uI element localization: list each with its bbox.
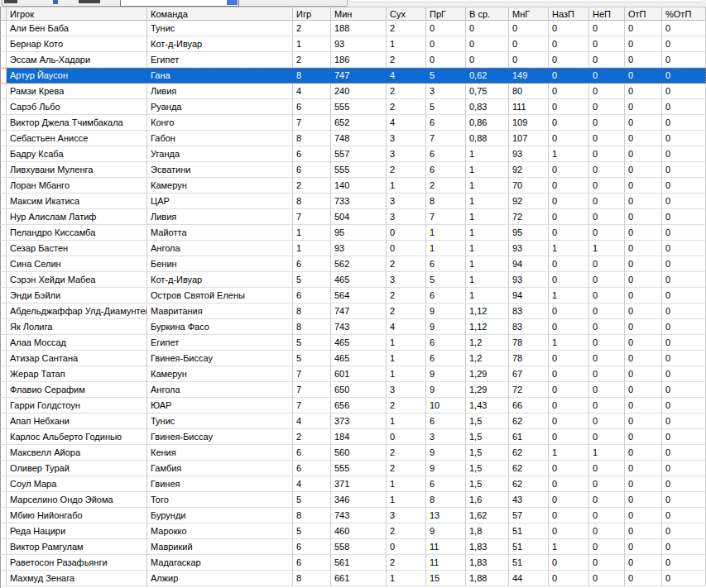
cell-team: Марокко [147,523,293,539]
row-selector-cell[interactable] [0,178,7,194]
table-row[interactable]: Атизар СантанаГвинея-Биссау5465161,27800… [0,351,706,366]
row-selector-cell[interactable] [0,272,7,288]
row-selector-cell[interactable] [0,84,7,99]
row-selector-cell[interactable] [0,461,7,476]
row-selector-cell[interactable] [0,36,7,52]
table-row[interactable]: Реда НацириМарокко5460291,8510000 [0,523,706,539]
table-row[interactable]: Марселино Ондо ЭйомаТого5346181,6430000 [0,492,706,508]
table-row[interactable]: Виктор РамгуламМаврикий65580111,83511000 [0,539,706,555]
row-selector-cell[interactable] [0,21,7,36]
row-selector-cell[interactable] [0,523,7,539]
table-row[interactable]: Апап НебханиТунис4373161,5620000 [0,414,706,429]
table-row[interactable]: Гарри ГолдстоунЮАР76562101,43660000 [0,398,706,414]
row-selector-cell[interactable] [0,351,7,366]
table-row[interactable]: Лоран МбангоКамерун2140121700000 [0,178,706,194]
table-row[interactable]: Бернар КотоКот-д-Ивуар19310000000 [0,36,706,52]
table-row[interactable]: Себастьен АниссеГабон8748370,881070000 [0,131,706,146]
combobox-dropdown-button[interactable] [227,0,238,5]
row-selector-cell[interactable] [0,319,7,335]
cell-games: 7 [293,382,331,398]
table-row[interactable]: Соул МараГвинея4371161,5620000 [0,476,706,492]
cell-penalties-awarded: 0 [549,36,589,52]
row-selector-cell[interactable] [0,146,7,162]
row-selector-cell[interactable] [0,209,7,225]
column-header-penalties-missed[interactable]: НеП [589,7,625,21]
table-row[interactable]: Пеландро КиссамбаМайотта195011950000 [0,225,706,241]
cell-average: 0,88 [466,131,509,146]
table-row[interactable]: Эссам Аль-ХадариЕгипет218620000000 [0,52,706,68]
table-row[interactable]: Мбию НийонгабоБурунди87433131,62570000 [0,508,706,523]
row-selector-cell[interactable] [0,539,7,555]
row-selector-cell[interactable] [0,508,7,523]
table-row[interactable]: Бадру КсабаУганда6557361931000 [0,146,706,162]
column-header-goals-conceded[interactable]: ПрГ [426,7,466,21]
row-selector-cell[interactable] [0,225,7,241]
filter-combobox-clipped[interactable] [120,0,239,7]
row-selector-cell[interactable] [0,162,7,178]
table-row[interactable]: Максвелл АйораКения6560291,5621100 [0,445,706,461]
cell-penalties-awarded: 0 [549,209,589,225]
table-row[interactable]: Сэрэн Хейди МабеаКот-д-Ивуар546535193000… [0,272,706,288]
table-row[interactable]: Жерар ТатапКамерун7601191,29670000 [0,366,706,382]
column-header-penalty-save-pct[interactable]: %ОтП [662,7,706,21]
table-row[interactable]: Карлос Альберто ГодиньюГвинея-Биссау2184… [0,429,706,445]
cell-penalties-awarded: 1 [549,146,589,162]
column-header-minutes-per-goal[interactable]: МнГ [509,7,549,21]
cell-team: ЦАР [147,194,293,209]
table-row[interactable]: Як ЛолигаБуркина Фасо8743491,12830000 [0,319,706,335]
table-row[interactable]: Ливхувани МуленгаЭсватини6555261920000 [0,162,706,178]
row-selector-cell[interactable] [0,335,7,351]
table-row[interactable]: Али Бен БабаТунис218820000000 [0,21,706,36]
row-selector-cell[interactable] [0,429,7,445]
table-row[interactable]: Рамзи КреваЛивия4240230,75800000 [0,84,706,99]
cell-games: 5 [293,335,331,351]
row-selector-cell[interactable] [0,115,7,131]
row-selector-cell[interactable] [0,555,7,571]
table-row[interactable]: Флавио СерафимАнгола7650391,29720000 [0,382,706,398]
column-header-player[interactable]: Игрок [7,7,147,21]
row-selector-cell[interactable] [0,256,7,272]
column-header-penalties-awarded[interactable]: НазП [549,7,589,21]
table-row[interactable]: Энди БэйлиОстров Святой Елены65642619410… [0,288,706,304]
row-selector-cell[interactable] [0,382,7,398]
table-row[interactable]: Оливер ТурайГамбия6555291,5620000 [0,461,706,476]
cell-penalty-save-pct: 0 [662,461,706,476]
row-selector-cell[interactable] [0,445,7,461]
row-selector-cell[interactable] [0,476,7,492]
table-row[interactable]: Нур Алислам ЛатифЛивия7504371720000 [0,209,706,225]
column-header-selector[interactable] [0,7,7,21]
cell-player: Пеландро Киссамба [7,225,147,241]
row-selector-cell[interactable] [0,241,7,256]
cell-penalties-saved: 0 [625,36,662,52]
row-selector-cell[interactable] [0,414,7,429]
row-selector-cell[interactable] [0,366,7,382]
row-selector-cell[interactable] [0,398,7,414]
column-header-clean-sheets[interactable]: Сух [387,7,426,21]
row-selector-cell[interactable] [0,131,7,146]
row-selector-cell[interactable] [0,99,7,115]
table-row[interactable]: Махмуд ЗенагаАлжир86611151,88440000 [0,571,706,586]
row-selector-cell[interactable] [0,288,7,304]
table-row[interactable]: Алаа МоссадЕгипет5465161,2781000 [0,335,706,351]
table-row[interactable]: Абдельджаффар Улд-ДиамунтенМавритания874… [0,304,706,319]
column-header-penalties-saved[interactable]: ОтП [625,7,662,21]
table-row[interactable]: Виктор Джела ТчимбакалаКонго7652460,8610… [0,115,706,131]
table-row[interactable]: Максим ИкатисаЦАР8733381920000 [0,194,706,209]
row-selector-cell[interactable] [0,68,7,84]
column-header-team[interactable]: Команда [147,7,293,21]
table-row[interactable]: Раветосон РазафьянгиМадагаскар65612111,8… [0,555,706,571]
column-header-games[interactable]: Игр [293,7,331,21]
row-selector-cell[interactable] [0,194,7,209]
row-selector-cell[interactable] [0,52,7,68]
row-selector-cell[interactable] [0,304,7,319]
table-row[interactable]: Сезар БастенАнгола193011931100 [0,241,706,256]
cell-penalties-awarded: 0 [549,225,589,241]
column-header-minutes[interactable]: Мин [331,7,387,21]
row-selector-cell[interactable] [0,571,7,586]
row-selector-cell[interactable] [0,492,7,508]
column-header-average[interactable]: В ср. [466,7,509,21]
table-row[interactable]: Артур ЙаусонГана8747450,621490000 [0,68,706,84]
table-row[interactable]: Сина СелинБенин6562261940000 [0,256,706,272]
table-row[interactable]: Сарэб ЛьбоРуанда6555250,831110000 [0,99,706,115]
cell-penalties-awarded: 1 [549,288,589,304]
